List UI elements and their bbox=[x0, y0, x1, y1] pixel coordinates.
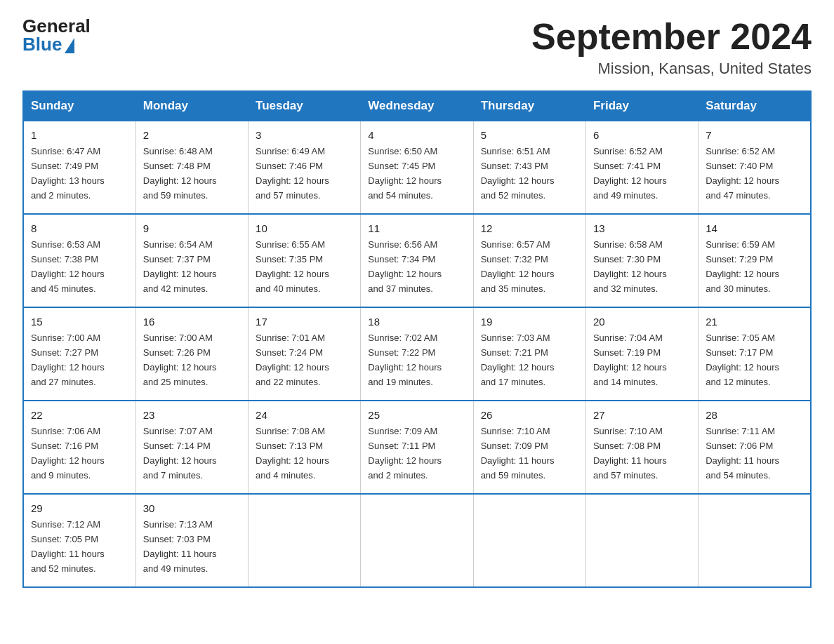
day-info: Sunrise: 6:50 AMSunset: 7:45 PMDaylight:… bbox=[368, 146, 442, 201]
page-header: General Blue September 2024 Mission, Kan… bbox=[22, 17, 812, 78]
month-title: September 2024 bbox=[531, 17, 812, 57]
day-number: 18 bbox=[368, 314, 465, 330]
logo: General Blue bbox=[22, 17, 91, 53]
day-number: 19 bbox=[481, 314, 578, 330]
day-info: Sunrise: 7:07 AMSunset: 7:14 PMDaylight:… bbox=[143, 426, 217, 481]
table-row: 30Sunrise: 7:13 AMSunset: 7:03 PMDayligh… bbox=[135, 494, 248, 587]
day-number: 13 bbox=[593, 220, 691, 236]
day-number: 1 bbox=[31, 127, 128, 143]
day-info: Sunrise: 7:10 AMSunset: 7:09 PMDaylight:… bbox=[481, 426, 555, 481]
table-row: 12Sunrise: 6:57 AMSunset: 7:32 PMDayligh… bbox=[473, 214, 585, 307]
table-row: 2Sunrise: 6:48 AMSunset: 7:48 PMDaylight… bbox=[135, 121, 248, 214]
calendar-week-row: 29Sunrise: 7:12 AMSunset: 7:05 PMDayligh… bbox=[23, 494, 811, 587]
day-info: Sunrise: 7:08 AMSunset: 7:13 PMDaylight:… bbox=[256, 426, 329, 481]
day-info: Sunrise: 7:03 AMSunset: 7:21 PMDaylight:… bbox=[481, 333, 555, 387]
day-number: 24 bbox=[256, 407, 353, 423]
day-info: Sunrise: 7:13 AMSunset: 7:03 PMDaylight:… bbox=[143, 519, 217, 574]
day-number: 12 bbox=[481, 220, 578, 236]
table-row: 17Sunrise: 7:01 AMSunset: 7:24 PMDayligh… bbox=[249, 307, 361, 401]
table-row: 22Sunrise: 7:06 AMSunset: 7:16 PMDayligh… bbox=[23, 401, 135, 494]
calendar-week-row: 22Sunrise: 7:06 AMSunset: 7:16 PMDayligh… bbox=[23, 401, 811, 494]
table-row: 6Sunrise: 6:52 AMSunset: 7:41 PMDaylight… bbox=[585, 121, 698, 214]
day-number: 11 bbox=[368, 220, 465, 236]
day-number: 4 bbox=[368, 127, 465, 143]
table-row bbox=[473, 494, 585, 587]
calendar-week-row: 8Sunrise: 6:53 AMSunset: 7:38 PMDaylight… bbox=[23, 214, 811, 307]
table-row: 28Sunrise: 7:11 AMSunset: 7:06 PMDayligh… bbox=[699, 401, 811, 494]
day-number: 30 bbox=[143, 500, 241, 516]
day-info: Sunrise: 7:09 AMSunset: 7:11 PMDaylight:… bbox=[368, 426, 442, 481]
day-info: Sunrise: 7:12 AMSunset: 7:05 PMDaylight:… bbox=[31, 519, 105, 574]
table-row: 27Sunrise: 7:10 AMSunset: 7:08 PMDayligh… bbox=[585, 401, 698, 494]
calendar-table: Sunday Monday Tuesday Wednesday Thursday… bbox=[22, 90, 812, 588]
day-number: 21 bbox=[706, 314, 803, 330]
table-row: 24Sunrise: 7:08 AMSunset: 7:13 PMDayligh… bbox=[249, 401, 361, 494]
day-info: Sunrise: 6:58 AMSunset: 7:30 PMDaylight:… bbox=[593, 239, 667, 294]
calendar-week-row: 15Sunrise: 7:00 AMSunset: 7:27 PMDayligh… bbox=[23, 307, 811, 401]
day-info: Sunrise: 7:04 AMSunset: 7:19 PMDaylight:… bbox=[593, 333, 667, 387]
calendar-week-row: 1Sunrise: 6:47 AMSunset: 7:49 PMDaylight… bbox=[23, 121, 811, 214]
day-info: Sunrise: 6:49 AMSunset: 7:46 PMDaylight:… bbox=[256, 146, 329, 201]
col-wednesday: Wednesday bbox=[361, 91, 473, 121]
day-info: Sunrise: 6:53 AMSunset: 7:38 PMDaylight:… bbox=[31, 239, 105, 294]
day-info: Sunrise: 6:47 AMSunset: 7:49 PMDaylight:… bbox=[31, 146, 105, 201]
table-row: 3Sunrise: 6:49 AMSunset: 7:46 PMDaylight… bbox=[249, 121, 361, 214]
day-info: Sunrise: 7:10 AMSunset: 7:08 PMDaylight:… bbox=[593, 426, 667, 481]
table-row: 9Sunrise: 6:54 AMSunset: 7:37 PMDaylight… bbox=[135, 214, 248, 307]
col-friday: Friday bbox=[585, 91, 698, 121]
day-number: 6 bbox=[593, 127, 691, 143]
col-sunday: Sunday bbox=[23, 91, 135, 121]
table-row: 4Sunrise: 6:50 AMSunset: 7:45 PMDaylight… bbox=[361, 121, 473, 214]
day-info: Sunrise: 6:52 AMSunset: 7:40 PMDaylight:… bbox=[706, 146, 779, 201]
logo-triangle-icon bbox=[65, 38, 74, 53]
table-row bbox=[699, 494, 811, 587]
day-number: 7 bbox=[706, 127, 803, 143]
day-number: 5 bbox=[481, 127, 578, 143]
day-info: Sunrise: 7:00 AMSunset: 7:26 PMDaylight:… bbox=[143, 333, 217, 387]
table-row bbox=[249, 494, 361, 587]
table-row: 23Sunrise: 7:07 AMSunset: 7:14 PMDayligh… bbox=[135, 401, 248, 494]
table-row: 11Sunrise: 6:56 AMSunset: 7:34 PMDayligh… bbox=[361, 214, 473, 307]
day-number: 15 bbox=[31, 314, 128, 330]
table-row: 18Sunrise: 7:02 AMSunset: 7:22 PMDayligh… bbox=[361, 307, 473, 401]
table-row: 21Sunrise: 7:05 AMSunset: 7:17 PMDayligh… bbox=[699, 307, 811, 401]
day-number: 10 bbox=[256, 220, 353, 236]
day-number: 27 bbox=[593, 407, 691, 423]
day-info: Sunrise: 7:11 AMSunset: 7:06 PMDaylight:… bbox=[706, 426, 779, 481]
day-info: Sunrise: 7:01 AMSunset: 7:24 PMDaylight:… bbox=[256, 333, 329, 387]
day-info: Sunrise: 7:00 AMSunset: 7:27 PMDaylight:… bbox=[31, 333, 105, 387]
day-info: Sunrise: 6:56 AMSunset: 7:34 PMDaylight:… bbox=[368, 239, 442, 294]
table-row: 8Sunrise: 6:53 AMSunset: 7:38 PMDaylight… bbox=[23, 214, 135, 307]
table-row: 20Sunrise: 7:04 AMSunset: 7:19 PMDayligh… bbox=[585, 307, 698, 401]
day-number: 3 bbox=[256, 127, 353, 143]
day-number: 2 bbox=[143, 127, 241, 143]
table-row: 16Sunrise: 7:00 AMSunset: 7:26 PMDayligh… bbox=[135, 307, 248, 401]
table-row: 26Sunrise: 7:10 AMSunset: 7:09 PMDayligh… bbox=[473, 401, 585, 494]
table-row: 14Sunrise: 6:59 AMSunset: 7:29 PMDayligh… bbox=[699, 214, 811, 307]
table-row: 19Sunrise: 7:03 AMSunset: 7:21 PMDayligh… bbox=[473, 307, 585, 401]
day-number: 26 bbox=[481, 407, 578, 423]
day-number: 23 bbox=[143, 407, 241, 423]
day-info: Sunrise: 7:06 AMSunset: 7:16 PMDaylight:… bbox=[31, 426, 105, 481]
day-info: Sunrise: 6:52 AMSunset: 7:41 PMDaylight:… bbox=[593, 146, 667, 201]
day-number: 20 bbox=[593, 314, 691, 330]
col-saturday: Saturday bbox=[699, 91, 811, 121]
location-subtitle: Mission, Kansas, United States bbox=[531, 60, 812, 78]
col-thursday: Thursday bbox=[473, 91, 585, 121]
day-info: Sunrise: 7:02 AMSunset: 7:22 PMDaylight:… bbox=[368, 333, 442, 387]
logo-blue-text: Blue bbox=[22, 35, 74, 53]
day-info: Sunrise: 6:48 AMSunset: 7:48 PMDaylight:… bbox=[143, 146, 217, 201]
title-block: September 2024 Mission, Kansas, United S… bbox=[531, 17, 812, 78]
day-info: Sunrise: 6:54 AMSunset: 7:37 PMDaylight:… bbox=[143, 239, 217, 294]
calendar-header-row: Sunday Monday Tuesday Wednesday Thursday… bbox=[23, 91, 811, 121]
table-row bbox=[585, 494, 698, 587]
day-number: 14 bbox=[706, 220, 803, 236]
logo-general-text: General bbox=[22, 17, 91, 35]
day-info: Sunrise: 7:05 AMSunset: 7:17 PMDaylight:… bbox=[706, 333, 779, 387]
table-row: 1Sunrise: 6:47 AMSunset: 7:49 PMDaylight… bbox=[23, 121, 135, 214]
day-info: Sunrise: 6:51 AMSunset: 7:43 PMDaylight:… bbox=[481, 146, 555, 201]
table-row: 10Sunrise: 6:55 AMSunset: 7:35 PMDayligh… bbox=[249, 214, 361, 307]
table-row: 25Sunrise: 7:09 AMSunset: 7:11 PMDayligh… bbox=[361, 401, 473, 494]
table-row bbox=[361, 494, 473, 587]
table-row: 13Sunrise: 6:58 AMSunset: 7:30 PMDayligh… bbox=[585, 214, 698, 307]
